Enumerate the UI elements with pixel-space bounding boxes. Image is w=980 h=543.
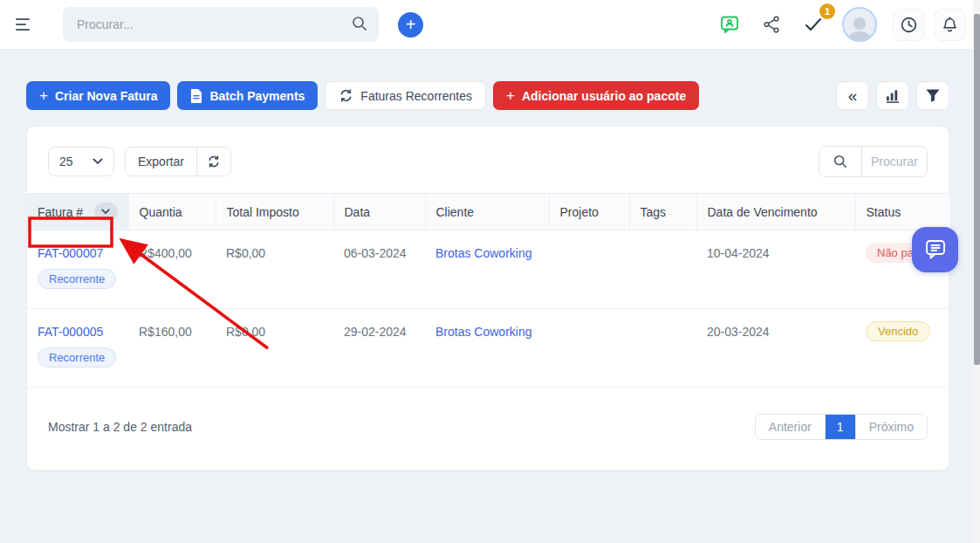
table-controls: 25 Exportar	[27, 127, 949, 193]
col-header-client[interactable]: Cliente	[425, 194, 549, 230]
refresh-icon	[207, 155, 221, 168]
recurring-badge: Recorrente	[38, 269, 116, 289]
menu-toggle-icon[interactable]	[16, 13, 38, 36]
page-scrollbar-track[interactable]	[973, 0, 980, 543]
toolbar-right-group: «	[836, 81, 949, 110]
global-search	[63, 7, 379, 42]
todo-count-badge: 1	[819, 3, 835, 19]
pagination-next[interactable]: Próximo	[855, 415, 927, 439]
table-search-icon[interactable]	[819, 147, 862, 176]
client-link[interactable]: Brotas Coworking	[435, 325, 532, 339]
todo-check-icon[interactable]: 1	[798, 10, 828, 39]
action-toolbar: + Criar Nova Fatura Batch Payments Fatur…	[26, 81, 949, 110]
invoices-card: 25 Exportar Fatura #	[26, 126, 949, 471]
filter-button[interactable]	[916, 81, 949, 110]
entries-info: Mostrar 1 a 2 de 2 entrada	[48, 420, 192, 434]
batch-payments-button[interactable]: Batch Payments	[177, 81, 318, 110]
export-group: Exportar	[125, 147, 231, 176]
create-invoice-label: Criar Nova Fatura	[55, 89, 157, 103]
bar-chart-icon	[886, 89, 901, 103]
quick-add-button[interactable]: +	[398, 12, 423, 38]
amount-cell: R$400,00	[128, 230, 216, 309]
project-cell	[549, 230, 629, 309]
tags-cell	[629, 309, 696, 388]
col-header-tax[interactable]: Total Imposto	[216, 194, 333, 230]
batch-payments-label: Batch Payments	[209, 89, 305, 103]
table-search-group	[819, 146, 928, 177]
table-search-input[interactable]	[862, 147, 927, 176]
history-clock-icon[interactable]	[893, 9, 925, 41]
tax-cell: R$0,00	[216, 230, 333, 309]
avatar[interactable]	[842, 7, 877, 42]
date-cell: 29-02-2024	[333, 309, 425, 388]
add-user-package-label: Adicionar usuário ao pacote	[522, 89, 686, 103]
create-invoice-button[interactable]: + Criar Nova Fatura	[26, 81, 170, 110]
global-search-input[interactable]	[63, 7, 379, 42]
invoice-link[interactable]: FAT-000007	[38, 246, 103, 260]
page-scrollbar-thumb[interactable]	[974, 14, 980, 365]
col-header-tags[interactable]: Tags	[629, 194, 696, 230]
chat-bubble-icon	[923, 238, 948, 261]
table-row: FAT-000005 Recorrente R$160,00 R$0,00 29…	[27, 309, 950, 388]
tags-cell	[629, 230, 696, 309]
plus-icon: +	[506, 87, 515, 105]
invoices-table: Fatura # Quantia Total Imposto Data Clie…	[27, 193, 950, 388]
client-link[interactable]: Brotas Coworking	[435, 246, 532, 260]
contacts-chat-icon[interactable]	[715, 10, 744, 39]
recurring-invoices-button[interactable]: Faturas Recorrentes	[325, 81, 486, 110]
page-size-value: 25	[59, 155, 73, 168]
document-icon	[190, 89, 202, 103]
recurring-invoices-label: Faturas Recorrentes	[360, 89, 472, 103]
double-chevron-left-icon: «	[848, 87, 858, 104]
add-user-package-button[interactable]: + Adicionar usuário ao pacote	[493, 81, 699, 110]
table-row: FAT-000007 Recorrente R$400,00 R$0,00 06…	[27, 230, 950, 309]
col-header-date[interactable]: Data	[333, 194, 425, 230]
pagination-page-1[interactable]: 1	[825, 415, 855, 439]
collapse-left-button[interactable]: «	[836, 81, 869, 110]
share-icon[interactable]	[757, 10, 786, 39]
recurring-badge: Recorrente	[38, 347, 116, 368]
due-date-cell: 20-03-2024	[696, 309, 855, 388]
col-header-project[interactable]: Projeto	[549, 194, 629, 230]
filter-funnel-icon	[926, 89, 940, 102]
due-date-cell: 10-04-2024	[696, 230, 855, 309]
topbar: + 1	[0, 0, 980, 50]
topbar-right: 1	[702, 7, 966, 42]
col-header-status[interactable]: Status	[855, 194, 950, 230]
export-button[interactable]: Exportar	[126, 148, 196, 175]
pagination: Anterior 1 Próximo	[755, 414, 928, 440]
col-header-amount[interactable]: Quantia	[128, 194, 216, 230]
search-icon[interactable]	[351, 15, 368, 35]
amount-cell: R$160,00	[128, 309, 216, 388]
tax-cell: R$0,00	[216, 309, 333, 388]
plus-icon: +	[39, 87, 48, 105]
notifications-bell-icon[interactable]	[934, 9, 966, 41]
project-cell	[549, 309, 629, 388]
chevron-down-icon	[101, 209, 110, 215]
table-header-row: Fatura # Quantia Total Imposto Data Clie…	[27, 194, 950, 230]
pagination-previous[interactable]: Anterior	[756, 415, 825, 439]
date-cell: 06-03-2024	[333, 230, 425, 309]
chat-widget-button[interactable]	[912, 227, 958, 272]
invoice-link[interactable]: FAT-000005	[38, 325, 103, 339]
column-options-button[interactable]	[94, 203, 118, 221]
page-size-select[interactable]: 25	[48, 147, 114, 176]
col-header-invoice[interactable]: Fatura #	[27, 194, 128, 230]
reload-table-button[interactable]	[196, 148, 230, 175]
refresh-icon	[339, 88, 353, 103]
chevron-down-icon	[93, 158, 103, 165]
table-footer: Mostrar 1 a 2 de 2 entrada Anterior 1 Pr…	[27, 388, 949, 470]
col-header-due-date[interactable]: Data de Vencimento	[696, 194, 855, 230]
status-badge: Vencido	[866, 321, 930, 341]
chart-view-button[interactable]	[876, 81, 909, 110]
